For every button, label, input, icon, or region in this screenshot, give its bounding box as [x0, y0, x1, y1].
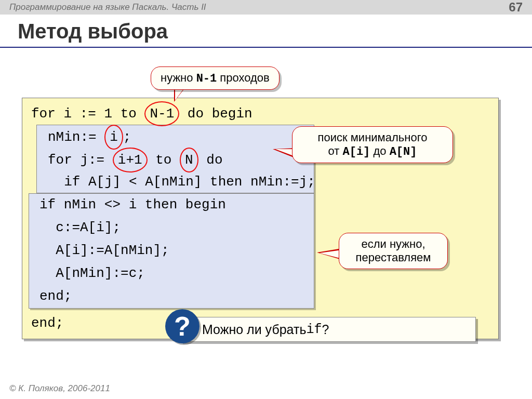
question-box: Можно ли убрать if ? — [181, 317, 476, 342]
page-number: 67 — [509, 0, 523, 15]
page-title: Метод выбора — [18, 20, 168, 43]
title-underline — [0, 47, 532, 48]
callout-swap-line1: если нужно, — [349, 237, 438, 251]
circle-n: N — [180, 148, 198, 172]
code-line-8: A[nMin]:=c; — [39, 262, 145, 285]
question-text-pre: Можно ли убрать — [202, 322, 306, 337]
callout-passes-post: проходов — [217, 71, 270, 84]
code-line-1: for i := 1 to N-1 do begin — [31, 101, 252, 126]
code-line-9: end; — [39, 285, 72, 308]
callout-swap-line2: переставляем — [349, 251, 438, 264]
circle-i-plus-1: i+1 — [113, 148, 148, 172]
question-text-post: ? — [322, 322, 329, 337]
footer-copyright: © К. Поляков, 2006-2011 — [9, 383, 110, 394]
code-line-10: end; — [31, 312, 63, 335]
callout-search-line1: поиск минимального — [302, 131, 443, 144]
code-line-3: for j:= i+1 to N do — [48, 148, 222, 172]
code-line-6: c:=A[i]; — [39, 216, 121, 239]
question-text-code: if — [306, 322, 322, 337]
code-line-2: nMin:= i; — [48, 125, 131, 150]
callout-swap-tail — [317, 248, 342, 260]
callout-search-line2: от A[i] до A[N] — [302, 144, 443, 158]
code-line-4: if A[j] < A[nMin] then nMin:=j; — [48, 170, 315, 193]
circle-n-minus-1: N-1 — [144, 101, 179, 126]
code-line-5: if nMin <> i then begin — [39, 193, 226, 216]
callout-passes: нужно N-1 проходов — [151, 66, 280, 90]
header-bar: Программирование на языке Паскаль. Часть… — [0, 0, 532, 15]
question-mark-icon: ? — [165, 309, 200, 343]
circle-i: i — [104, 125, 123, 150]
callout-passes-pre: нужно — [161, 71, 196, 84]
code-line-7: A[i]:=A[nMin]; — [39, 239, 169, 262]
callout-swap: если нужно, переставляем — [339, 233, 448, 269]
callout-search: поиск минимального от A[i] до A[N] — [292, 126, 453, 163]
callout-passes-code: N-1 — [196, 72, 217, 85]
course-label: Программирование на языке Паскаль. Часть… — [9, 2, 206, 12]
